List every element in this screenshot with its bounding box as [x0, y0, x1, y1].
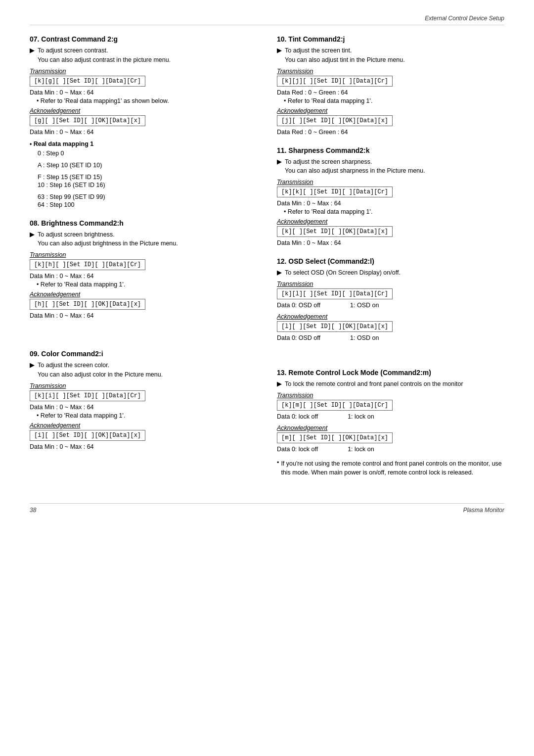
sharpness-ack-label: Acknowledgement [277, 218, 504, 225]
arrow-icon-7: ▶ [277, 379, 282, 388]
real-data-63: 63 : Step 99 (SET ID 99) [38, 193, 257, 200]
contrast-ack-label: Acknowledgement [30, 107, 257, 114]
header-title: External Control Device Setup [425, 15, 504, 22]
sharpness-transmission-label: Transmission [277, 179, 504, 186]
tint-ack-label: Acknowledgement [277, 107, 504, 114]
remote-transmission-code: [k][m][ ][Set ID][ ][Data][Cr] [277, 400, 393, 411]
brightness-desc2: You can also adjust brightness in the Pi… [38, 239, 178, 248]
page-footer: 38 Plasma Monitor [30, 503, 504, 514]
osd-data-line2b: 1: OSD on [350, 334, 379, 341]
osd-title: 12. OSD Select (Command2:l) [277, 257, 504, 265]
tint-data-range: Data Red : 0 ~ Green : 64 [277, 89, 504, 96]
sharpness-note: Refer to 'Real data mapping 1'. [284, 208, 504, 215]
real-data-title: • Real data mapping 1 [30, 141, 257, 147]
remote-transmission-label: Transmission [277, 392, 504, 399]
arrow-icon-6: ▶ [277, 268, 282, 277]
contrast-transmission-code: [k][g][ ][Set ID][ ][Data][Cr] [30, 76, 145, 87]
remote-data-line1: Data 0: lock off [277, 413, 318, 420]
contrast-data-range2: Data Min : 0 ~ Max : 64 [30, 129, 257, 136]
contrast-note: Refer to 'Real data mapping1' as shown b… [37, 97, 257, 104]
section-tint: 10. Tint Command2:j ▶ To adjust the scre… [277, 35, 504, 136]
sharpness-title: 11. Sharpness Command2:k [277, 146, 504, 154]
tint-desc2: You can also adjust tint in the Picture … [285, 55, 405, 65]
remote-note: If you're not using the remote control a… [281, 459, 504, 478]
tint-title: 10. Tint Command2:j [277, 35, 504, 43]
osd-ack-label: Acknowledgement [277, 313, 504, 320]
tint-transmission-label: Transmission [277, 68, 504, 75]
remote-data-line2: Data 0: lock off [277, 446, 318, 453]
color-ack-code: [i][ ][Set ID][ ][OK][Data][x] [30, 430, 145, 441]
contrast-desc: ▶ To adjust screen contrast. You can als… [30, 46, 257, 65]
page: External Control Device Setup 07. Contra… [0, 0, 534, 756]
remote-data-line1b: 1: lock on [348, 413, 374, 420]
osd-data-line1b: 1: OSD on [350, 302, 379, 309]
arrow-icon: ▶ [30, 46, 35, 55]
color-note: Refer to 'Real data mapping 1'. [37, 412, 257, 419]
brightness-ack-label: Acknowledgement [30, 291, 257, 298]
brightness-transmission-label: Transmission [30, 251, 257, 258]
arrow-icon-2: ▶ [30, 230, 35, 239]
color-desc1: To adjust the screen color. [38, 361, 163, 370]
sharpness-desc2: You can also adjust sharpness in the Pic… [285, 166, 425, 176]
remote-data-line2b: 1: lock on [348, 446, 374, 453]
osd-desc1: To select OSD (On Screen Display) on/off… [285, 268, 400, 278]
remote-ack-code: [m][ ][Set ID][ ][OK][Data][x] [277, 432, 393, 443]
real-data-mapping: • Real data mapping 1 0 : Step 0 A : Ste… [30, 141, 257, 208]
color-desc2: You can also adjust color in the Picture… [38, 370, 163, 379]
brightness-desc: ▶ To adjust screen brightness. You can a… [30, 230, 257, 249]
tint-transmission-code: [k][j][ ][Set ID][ ][Data][Cr] [277, 76, 393, 87]
brightness-data-range: Data Min : 0 ~ Max : 64 [30, 273, 257, 280]
color-data-range: Data Min : 0 ~ Max : 64 [30, 404, 257, 411]
sharpness-data-range2: Data Min : 0 ~ Max : 64 [277, 239, 504, 246]
contrast-desc2: You can also adjust contrast in the pict… [38, 55, 171, 65]
remote-ack-label: Acknowledgement [277, 425, 504, 431]
real-data-10: 10 : Step 16 (SET ID 16) [38, 182, 257, 189]
bullet-icon: • [277, 459, 279, 466]
contrast-transmission-label: Transmission [30, 68, 257, 75]
color-data-range2: Data Min : 0 ~ Max : 64 [30, 443, 257, 450]
tint-desc: ▶ To adjust the screen tint. You can als… [277, 46, 504, 65]
sharpness-desc1: To adjust the screen sharpness. [285, 157, 425, 167]
left-column: 07. Contrast Command 2:g ▶ To adjust scr… [30, 35, 257, 488]
brightness-transmission-code: [k][h][ ][Set ID][ ][Data][Cr] [30, 259, 145, 270]
color-ack-label: Acknowledgement [30, 422, 257, 429]
brightness-ack-code: [h][ ][Set ID][ ][OK][Data][x] [30, 299, 145, 310]
sharpness-ack-code: [k][ ][Set ID][ ][OK][Data][x] [277, 226, 393, 237]
osd-data-line1: Data 0: OSD off [277, 302, 320, 309]
sharpness-data-range: Data Min : 0 ~ Max : 64 [277, 200, 504, 207]
remote-title: 13. Remote Control Lock Mode (Command2:m… [277, 369, 504, 377]
remote-note-container: • If you're not using the remote control… [277, 459, 504, 478]
color-transmission-code: [k][i][ ][Set ID][ ][Data][Cr] [30, 390, 145, 401]
osd-transmission-label: Transmission [277, 281, 504, 287]
sharpness-desc: ▶ To adjust the screen sharpness. You ca… [277, 157, 504, 176]
real-data-f: F : Step 15 (SET ID 15) [38, 174, 257, 181]
tint-desc1: To adjust the screen tint. [285, 46, 405, 55]
section-contrast: 07. Contrast Command 2:g ▶ To adjust scr… [30, 35, 257, 208]
osd-desc: ▶ To select OSD (On Screen Display) on/o… [277, 268, 504, 278]
real-data-64: 64 : Step 100 [38, 201, 257, 208]
contrast-ack-code: [g][ ][Set ID][ ][OK][Data][x] [30, 115, 145, 126]
tint-data-range2: Data Red : 0 ~ Green : 64 [277, 129, 504, 136]
main-content: 07. Contrast Command 2:g ▶ To adjust scr… [30, 35, 504, 488]
color-title: 09. Color Command2:i [30, 350, 257, 358]
section-brightness: 08. Brightness Command2:h ▶ To adjust sc… [30, 219, 257, 320]
osd-transmission-code: [k][l][ ][Set ID][ ][Data][Cr] [277, 288, 393, 299]
footer-page: 38 [30, 507, 36, 514]
osd-data-line2: Data 0: OSD off [277, 334, 320, 341]
tint-ack-code: [j][ ][Set ID][ ][OK][Data][x] [277, 115, 393, 126]
real-data-0: 0 : Step 0 [38, 150, 257, 157]
footer-product: Plasma Monitor [463, 507, 504, 514]
color-desc: ▶ To adjust the screen color. You can al… [30, 361, 257, 379]
osd-ack-code: [l][ ][Set ID][ ][OK][Data][x] [277, 321, 393, 332]
right-column: 10. Tint Command2:j ▶ To adjust the scre… [277, 35, 504, 488]
color-transmission-label: Transmission [30, 382, 257, 389]
arrow-icon-3: ▶ [30, 361, 35, 370]
section-sharpness: 11. Sharpness Command2:k ▶ To adjust the… [277, 146, 504, 247]
real-data-a: A : Step 10 (SET ID 10) [38, 162, 257, 169]
remote-desc1: To lock the remote control and front pan… [285, 379, 463, 389]
section-osd: 12. OSD Select (Command2:l) ▶ To select … [277, 257, 504, 343]
brightness-desc1: To adjust screen brightness. [38, 230, 178, 239]
contrast-desc1: To adjust screen contrast. [38, 46, 171, 55]
contrast-title: 07. Contrast Command 2:g [30, 35, 257, 43]
arrow-icon-5: ▶ [277, 157, 282, 166]
